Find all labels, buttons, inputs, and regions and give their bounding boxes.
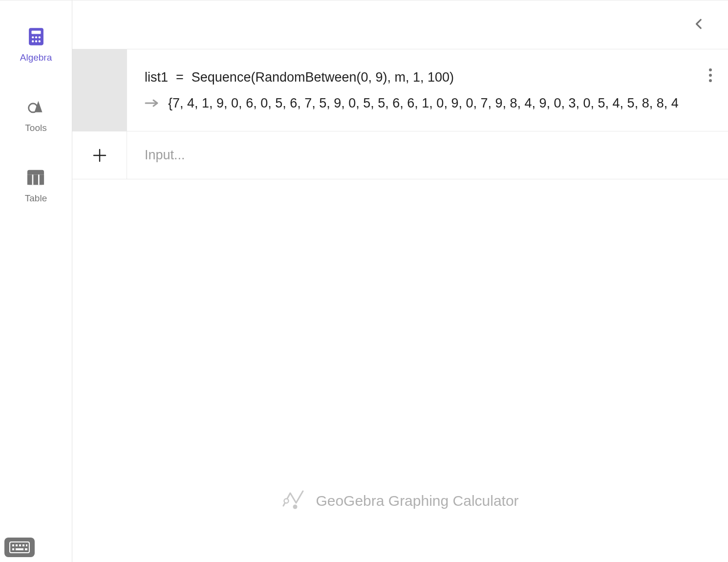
result-values: 7, 4, 1, 9, 0, 6, 0, 5, 6, 7, 5, 9, 0, 5… <box>172 96 679 110</box>
keyboard-toggle-button[interactable] <box>4 538 35 557</box>
expression-name: list1 <box>145 70 168 85</box>
brand-name: GeoGebra Graphing Calculator <box>316 493 518 509</box>
main-panel: list1 = Sequence(RandomBetween(0, 9), m,… <box>72 0 728 562</box>
calculator-icon <box>27 28 45 45</box>
sidebar-item-table[interactable]: Table <box>25 169 47 204</box>
expression-body[interactable]: list1 = Sequence(RandomBetween(0, 9), m,… <box>127 49 728 131</box>
brand-footer: GeoGebra Graphing Calculator <box>72 488 728 513</box>
svg-rect-13 <box>34 174 39 185</box>
result-arrow-icon <box>145 99 159 108</box>
svg-rect-33 <box>16 548 23 550</box>
expression-result: {7, 4, 1, 9, 0, 6, 0, 5, 6, 7, 5, 9, 0, … <box>145 96 710 111</box>
svg-point-21 <box>709 79 712 82</box>
svg-point-5 <box>32 40 34 42</box>
sidebar-item-tools[interactable]: Tools <box>25 98 46 133</box>
result-open-brace: { <box>168 96 172 110</box>
svg-point-2 <box>32 36 34 38</box>
svg-point-19 <box>709 68 712 71</box>
svg-marker-9 <box>35 101 43 112</box>
svg-rect-28 <box>16 544 18 546</box>
svg-rect-1 <box>31 31 41 34</box>
equals-sign: = <box>176 70 184 85</box>
sidebar-label-table: Table <box>25 193 47 204</box>
expression-definition: list1 = Sequence(RandomBetween(0, 9), m,… <box>145 70 710 85</box>
svg-point-4 <box>38 36 40 38</box>
input-placeholder: Input... <box>145 148 710 163</box>
svg-rect-26 <box>10 542 29 553</box>
svg-rect-31 <box>26 544 27 546</box>
more-vertical-icon <box>708 68 712 83</box>
sidebar-label-algebra: Algebra <box>20 52 52 63</box>
tools-icon <box>27 98 44 116</box>
expression-gutter[interactable] <box>72 49 127 131</box>
input-body[interactable]: Input... <box>127 131 728 179</box>
expression-more-button[interactable] <box>707 66 714 86</box>
svg-point-6 <box>35 40 37 42</box>
expression-formula: Sequence(RandomBetween(0, 9), m, 1, 100) <box>192 70 454 85</box>
plus-icon <box>92 148 107 163</box>
sidebar: Algebra Tools <box>0 0 72 562</box>
input-row[interactable]: Input... <box>72 131 728 179</box>
svg-rect-34 <box>25 548 27 550</box>
svg-rect-30 <box>22 544 24 546</box>
sidebar-label-tools: Tools <box>25 123 46 133</box>
keyboard-icon <box>9 541 30 553</box>
svg-point-25 <box>293 505 298 509</box>
svg-point-3 <box>35 36 37 38</box>
svg-point-20 <box>709 74 712 77</box>
svg-rect-32 <box>12 548 14 550</box>
sidebar-item-algebra[interactable]: Algebra <box>20 28 52 63</box>
table-icon <box>27 169 44 186</box>
expression-list: list1 = Sequence(RandomBetween(0, 9), m,… <box>72 49 728 179</box>
svg-rect-27 <box>12 544 14 546</box>
collapse-panel-button[interactable] <box>690 15 708 35</box>
topbar <box>72 0 728 49</box>
svg-rect-29 <box>19 544 21 546</box>
svg-rect-12 <box>27 174 32 185</box>
svg-point-24 <box>284 499 289 503</box>
chevron-left-icon <box>693 18 706 30</box>
expression-row[interactable]: list1 = Sequence(RandomBetween(0, 9), m,… <box>72 49 728 131</box>
svg-rect-14 <box>40 174 44 185</box>
add-expression-button[interactable] <box>72 131 127 179</box>
svg-point-7 <box>38 40 40 42</box>
brand-logo-icon <box>281 488 305 513</box>
